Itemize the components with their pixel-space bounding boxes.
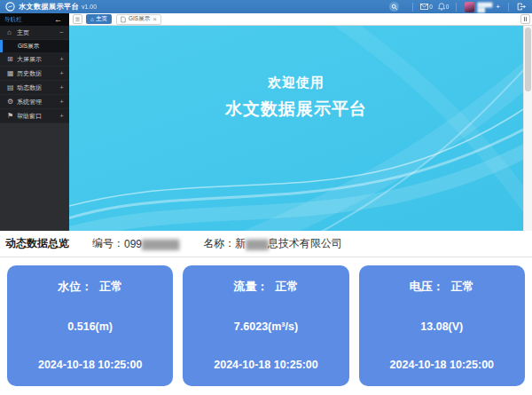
name-suffix: 息技术有限公司: [268, 236, 342, 251]
divider: [456, 3, 457, 12]
tab-label: GIS展示: [129, 15, 150, 23]
name-prefix: 新: [235, 236, 246, 251]
vertical-scrollbar[interactable]: [523, 26, 532, 231]
app-version: v1.00: [82, 4, 97, 10]
expand-icon: +: [59, 55, 64, 63]
welcome-line1: 欢迎使用: [69, 75, 523, 91]
user-name-line2: ▇▇: [477, 7, 492, 12]
station-name: 名称： 新 ▇▇▇ 息技术有限公司: [203, 236, 342, 251]
name-redacted: ▇▇▇: [246, 238, 268, 250]
sidebar-item-label: 系统管理: [17, 98, 42, 107]
user-menu-expand[interactable]: +: [496, 3, 500, 11]
sidebar-header: 导航栏 ←: [0, 13, 69, 26]
card-water-level: 水位： 正常 0.516(m) 2024-10-18 10:25:00: [7, 265, 173, 386]
second-row: 导航栏 ← ☰ ⌂ 主页 GIS展示 ×: [0, 13, 532, 26]
sidebar-item-label: 帮助窗口: [17, 112, 42, 121]
sidebar-item-help[interactable]: ⚑ 帮助窗口 +: [0, 109, 69, 123]
home-tab-button[interactable]: ⌂ 主页: [86, 14, 112, 24]
expand-icon: +: [59, 112, 64, 120]
metric-value: 7.6023(m³/s): [234, 320, 298, 333]
home-tab-label: 主页: [96, 15, 107, 23]
expand-icon: +: [59, 69, 64, 77]
metric-timestamp: 2024-10-18 10:25:00: [390, 359, 494, 371]
metric-cards: 水位： 正常 0.516(m) 2024-10-18 10:25:00 流量： …: [0, 257, 532, 386]
sidebar-item-label: 动态数据: [17, 83, 42, 92]
tab-gis[interactable]: GIS展示 ×: [116, 14, 161, 25]
scrollbar-thumb[interactable]: [525, 28, 531, 91]
hamburger-icon: ☰: [75, 16, 80, 22]
welcome-message: 欢迎使用 水文数据展示平台: [69, 75, 523, 121]
dynamic-data-overview: 动态数据总览 编号： 099 ▇▇▇▇▇ 名称： 新 ▇▇▇ 息技术有限公司 水…: [0, 231, 532, 395]
card-voltage: 电压： 正常 13.08(V) 2024-10-18 10:25:00: [359, 265, 525, 386]
search-icon: [391, 4, 398, 11]
app-logo-icon: [5, 2, 15, 12]
metric-value: 13.08(V): [420, 320, 463, 333]
sidebar: ⌂ 主页 − GIS展示 ⊞ 大屏展示 + ▦ 历史数据 +: [0, 26, 69, 231]
status-badge: 正常: [275, 279, 298, 295]
status-badge: 正常: [99, 279, 122, 295]
gear-icon: ⚙: [7, 98, 17, 106]
user-name[interactable]: ▇▇▇▇ ▇▇: [477, 2, 492, 12]
user-avatar[interactable]: [465, 2, 474, 12]
sidebar-menu: ⌂ 主页 − GIS展示 ⊞ 大屏展示 + ▦ 历史数据 +: [0, 26, 69, 123]
welcome-line2: 水文数据展示平台: [69, 98, 523, 121]
menu-toggle-button[interactable]: ☰: [73, 14, 82, 24]
history-icon: ▦: [7, 69, 17, 77]
notifications-count: 0: [446, 4, 450, 10]
metric-label: 水位：: [58, 279, 92, 295]
overview-header: 动态数据总览 编号： 099 ▇▇▇▇▇ 名称： 新 ▇▇▇ 息技术有限公司: [0, 231, 532, 257]
sidebar-subitem-gis[interactable]: GIS展示: [0, 40, 69, 52]
metric-timestamp: 2024-10-18 10:25:00: [214, 359, 317, 371]
logout-icon: [517, 3, 526, 11]
sidebar-item-label: 大屏展示: [17, 55, 42, 64]
sidebar-subitem-label: GIS展示: [18, 43, 39, 51]
user-name-line1: ▇▇▇▇: [477, 2, 492, 7]
divider: [412, 3, 413, 12]
document-icon: [121, 16, 126, 23]
sidebar-item-home[interactable]: ⌂ 主页 −: [0, 26, 69, 40]
sidebar-item-label: 历史数据: [17, 69, 42, 78]
collapse-sidebar-arrow[interactable]: ←: [54, 16, 62, 24]
station-serial: 编号： 099 ▇▇▇▇▇: [92, 236, 178, 251]
expand-icon: +: [59, 83, 64, 91]
sidebar-item-history[interactable]: ▦ 历史数据 +: [0, 67, 69, 81]
name-label: 名称：: [203, 236, 235, 251]
divider: [508, 3, 509, 12]
app-window: 水文数据展示平台 v1.00 0: [0, 0, 532, 395]
card-title: 流量： 正常: [233, 279, 298, 295]
metric-timestamp: 2024-10-18 10:25:00: [38, 359, 142, 371]
serial-value-redacted: ▇▇▇▇▇: [142, 238, 178, 250]
search-button[interactable]: [389, 2, 399, 12]
sidebar-header-label: 导航栏: [4, 16, 22, 24]
logout-button[interactable]: [517, 3, 526, 11]
tab-close-icon[interactable]: ×: [153, 16, 157, 23]
tab-options-button[interactable]: [520, 14, 530, 24]
home-icon: ⌂: [90, 16, 94, 22]
notifications-button[interactable]: 0: [438, 3, 450, 11]
collapse-icon: −: [59, 28, 64, 36]
flag-icon: ⚑: [7, 112, 17, 120]
mail-icon: [420, 4, 428, 10]
metric-value: 0.516(m): [67, 320, 113, 333]
topbar-right-group: 0 0 ▇▇▇▇ ▇▇ +: [389, 0, 532, 13]
messages-count: 0: [429, 4, 433, 10]
messages-button[interactable]: 0: [420, 4, 433, 10]
screen-icon: ⊞: [7, 55, 17, 63]
card-title: 水位： 正常: [58, 279, 122, 295]
sidebar-item-system[interactable]: ⚙ 系统管理 +: [0, 95, 69, 109]
home-icon: ⌂: [7, 28, 17, 36]
table-icon: ▤: [7, 83, 17, 91]
card-title: 电压： 正常: [410, 279, 474, 295]
main-area: ⌂ 主页 − GIS展示 ⊞ 大屏展示 + ▦ 历史数据 +: [0, 26, 532, 231]
card-flow: 流量： 正常 7.6023(m³/s) 2024-10-18 10:25:00: [183, 265, 348, 386]
metric-label: 流量：: [233, 279, 268, 295]
decorative-swoosh: [69, 26, 532, 231]
tab-bar: ☰ ⌂ 主页 GIS展示 ×: [69, 13, 532, 26]
sidebar-item-dynamic[interactable]: ▤ 动态数据 +: [0, 81, 69, 95]
sidebar-item-screen[interactable]: ⊞ 大屏展示 +: [0, 52, 69, 67]
serial-value-visible: 099: [124, 238, 142, 250]
sidebar-item-label: 主页: [17, 28, 29, 37]
top-bar: 水文数据展示平台 v1.00 0: [0, 0, 532, 13]
metric-label: 电压：: [410, 279, 444, 295]
overview-title: 动态数据总览: [5, 236, 69, 251]
